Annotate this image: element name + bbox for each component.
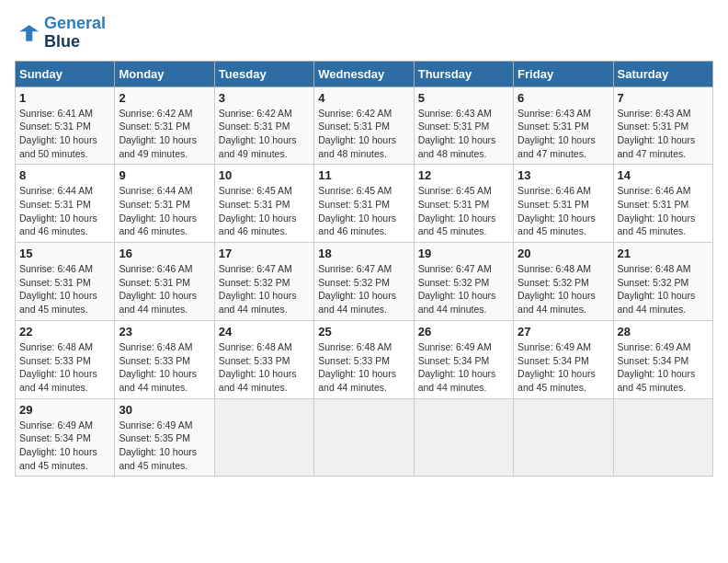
day-cell-7: 7 Sunrise: 6:43 AM Sunset: 5:31 PM Dayli… — [613, 86, 712, 165]
day-detail: Sunrise: 6:43 AM Sunset: 5:31 PM Dayligh… — [418, 107, 509, 161]
day-number: 24 — [219, 325, 310, 339]
day-detail: Sunrise: 6:48 AM Sunset: 5:33 PM Dayligh… — [219, 340, 310, 395]
logo-text: General Blue — [44, 15, 106, 52]
day-number: 29 — [19, 403, 110, 417]
day-cell-4: 4 Sunrise: 6:42 AM Sunset: 5:31 PM Dayli… — [314, 86, 414, 165]
day-detail: Sunrise: 6:42 AM Sunset: 5:31 PM Dayligh… — [219, 107, 310, 161]
day-detail: Sunrise: 6:46 AM Sunset: 5:31 PM Dayligh… — [19, 262, 110, 316]
day-cell-25: 25 Sunrise: 6:48 AM Sunset: 5:33 PM Dayl… — [314, 320, 414, 398]
day-cell-12: 12 Sunrise: 6:45 AM Sunset: 5:31 PM Dayl… — [414, 165, 513, 243]
day-detail: Sunrise: 6:42 AM Sunset: 5:31 PM Dayligh… — [119, 107, 210, 161]
day-cell-1: 1 Sunrise: 6:41 AM Sunset: 5:31 PM Dayli… — [16, 86, 115, 165]
day-detail: Sunrise: 6:45 AM Sunset: 5:31 PM Dayligh… — [318, 184, 409, 238]
day-number: 9 — [119, 168, 210, 182]
day-cell-14: 14 Sunrise: 6:46 AM Sunset: 5:31 PM Dayl… — [613, 165, 712, 243]
day-cell-18: 18 Sunrise: 6:47 AM Sunset: 5:32 PM Dayl… — [314, 243, 414, 321]
day-cell-22: 22 Sunrise: 6:48 AM Sunset: 5:33 PM Dayl… — [16, 320, 115, 398]
header: General Blue — [15, 15, 713, 52]
day-number: 21 — [618, 247, 709, 260]
day-detail: Sunrise: 6:49 AM Sunset: 5:34 PM Dayligh… — [418, 340, 509, 395]
day-cell-8: 8 Sunrise: 6:44 AM Sunset: 5:31 PM Dayli… — [16, 165, 115, 243]
header-tuesday: Tuesday — [214, 61, 313, 86]
day-number: 3 — [219, 91, 310, 105]
day-number: 4 — [318, 91, 409, 105]
day-cell-6: 6 Sunrise: 6:43 AM Sunset: 5:31 PM Dayli… — [514, 86, 613, 165]
day-number: 20 — [518, 247, 609, 260]
day-detail: Sunrise: 6:43 AM Sunset: 5:31 PM Dayligh… — [518, 107, 609, 161]
day-detail: Sunrise: 6:46 AM Sunset: 5:31 PM Dayligh… — [518, 184, 609, 238]
day-number: 22 — [19, 325, 110, 339]
empty-cell — [314, 398, 414, 477]
header-thursday: Thursday — [414, 61, 513, 86]
day-cell-29: 29 Sunrise: 6:49 AM Sunset: 5:34 PM Dayl… — [16, 398, 115, 477]
day-number: 30 — [119, 403, 210, 417]
day-cell-17: 17 Sunrise: 6:47 AM Sunset: 5:32 PM Dayl… — [214, 243, 313, 321]
day-cell-23: 23 Sunrise: 6:48 AM Sunset: 5:33 PM Dayl… — [115, 320, 214, 398]
day-number: 13 — [518, 168, 609, 182]
day-cell-16: 16 Sunrise: 6:46 AM Sunset: 5:31 PM Dayl… — [115, 243, 214, 321]
day-detail: Sunrise: 6:46 AM Sunset: 5:31 PM Dayligh… — [618, 184, 709, 238]
day-detail: Sunrise: 6:43 AM Sunset: 5:31 PM Dayligh… — [618, 107, 709, 161]
day-detail: Sunrise: 6:44 AM Sunset: 5:31 PM Dayligh… — [119, 184, 210, 238]
day-number: 10 — [219, 168, 310, 182]
day-detail: Sunrise: 6:48 AM Sunset: 5:33 PM Dayligh… — [119, 340, 210, 395]
day-number: 6 — [518, 91, 609, 105]
day-cell-30: 30 Sunrise: 6:49 AM Sunset: 5:35 PM Dayl… — [115, 398, 214, 477]
header-monday: Monday — [115, 61, 214, 86]
day-detail: Sunrise: 6:46 AM Sunset: 5:31 PM Dayligh… — [119, 262, 210, 316]
day-number: 5 — [418, 91, 509, 105]
day-detail: Sunrise: 6:47 AM Sunset: 5:32 PM Dayligh… — [219, 262, 310, 316]
day-cell-13: 13 Sunrise: 6:46 AM Sunset: 5:31 PM Dayl… — [514, 165, 613, 243]
day-detail: Sunrise: 6:45 AM Sunset: 5:31 PM Dayligh… — [418, 184, 509, 238]
day-cell-15: 15 Sunrise: 6:46 AM Sunset: 5:31 PM Dayl… — [16, 243, 115, 321]
day-number: 12 — [418, 168, 509, 182]
day-cell-2: 2 Sunrise: 6:42 AM Sunset: 5:31 PM Dayli… — [115, 86, 214, 165]
header-friday: Friday — [514, 61, 613, 86]
day-number: 1 — [19, 91, 110, 105]
day-number: 19 — [418, 247, 509, 260]
day-detail: Sunrise: 6:45 AM Sunset: 5:31 PM Dayligh… — [219, 184, 310, 238]
calendar-table: SundayMondayTuesdayWednesdayThursdayFrid… — [15, 61, 713, 477]
day-cell-28: 28 Sunrise: 6:49 AM Sunset: 5:34 PM Dayl… — [613, 320, 712, 398]
day-cell-24: 24 Sunrise: 6:48 AM Sunset: 5:33 PM Dayl… — [214, 320, 313, 398]
day-detail: Sunrise: 6:48 AM Sunset: 5:33 PM Dayligh… — [318, 340, 409, 395]
logo: General Blue — [15, 15, 106, 52]
day-number: 8 — [19, 168, 110, 182]
day-number: 2 — [119, 91, 210, 105]
header-sunday: Sunday — [16, 61, 115, 86]
day-number: 26 — [418, 325, 509, 339]
day-number: 16 — [119, 247, 210, 260]
day-number: 11 — [318, 168, 409, 182]
calendar-header-row: SundayMondayTuesdayWednesdayThursdayFrid… — [16, 61, 713, 86]
day-cell-27: 27 Sunrise: 6:49 AM Sunset: 5:34 PM Dayl… — [514, 320, 613, 398]
header-wednesday: Wednesday — [314, 61, 414, 86]
day-cell-9: 9 Sunrise: 6:44 AM Sunset: 5:31 PM Dayli… — [115, 165, 214, 243]
day-cell-19: 19 Sunrise: 6:47 AM Sunset: 5:32 PM Dayl… — [414, 243, 513, 321]
day-number: 27 — [518, 325, 609, 339]
day-detail: Sunrise: 6:49 AM Sunset: 5:34 PM Dayligh… — [19, 419, 110, 473]
day-detail: Sunrise: 6:42 AM Sunset: 5:31 PM Dayligh… — [318, 107, 409, 161]
day-cell-21: 21 Sunrise: 6:48 AM Sunset: 5:32 PM Dayl… — [613, 243, 712, 321]
day-detail: Sunrise: 6:49 AM Sunset: 5:34 PM Dayligh… — [518, 340, 609, 395]
day-number: 17 — [219, 247, 310, 260]
day-number: 18 — [318, 247, 409, 260]
day-number: 23 — [119, 325, 210, 339]
empty-cell — [514, 398, 613, 477]
calendar-week-1: 1 Sunrise: 6:41 AM Sunset: 5:31 PM Dayli… — [16, 86, 713, 165]
day-number: 25 — [318, 325, 409, 339]
empty-cell — [613, 398, 712, 477]
day-cell-3: 3 Sunrise: 6:42 AM Sunset: 5:31 PM Dayli… — [214, 86, 313, 165]
day-detail: Sunrise: 6:47 AM Sunset: 5:32 PM Dayligh… — [418, 262, 509, 316]
calendar-week-5: 29 Sunrise: 6:49 AM Sunset: 5:34 PM Dayl… — [16, 398, 713, 477]
calendar-week-3: 15 Sunrise: 6:46 AM Sunset: 5:31 PM Dayl… — [16, 243, 713, 321]
day-detail: Sunrise: 6:49 AM Sunset: 5:34 PM Dayligh… — [618, 340, 709, 395]
empty-cell — [214, 398, 313, 477]
day-number: 28 — [618, 325, 709, 339]
calendar-week-2: 8 Sunrise: 6:44 AM Sunset: 5:31 PM Dayli… — [16, 165, 713, 243]
day-cell-26: 26 Sunrise: 6:49 AM Sunset: 5:34 PM Dayl… — [414, 320, 513, 398]
logo-icon — [15, 20, 40, 46]
calendar-week-4: 22 Sunrise: 6:48 AM Sunset: 5:33 PM Dayl… — [16, 320, 713, 398]
day-cell-10: 10 Sunrise: 6:45 AM Sunset: 5:31 PM Dayl… — [214, 165, 313, 243]
day-detail: Sunrise: 6:48 AM Sunset: 5:32 PM Dayligh… — [518, 262, 609, 316]
day-detail: Sunrise: 6:41 AM Sunset: 5:31 PM Dayligh… — [19, 107, 110, 161]
